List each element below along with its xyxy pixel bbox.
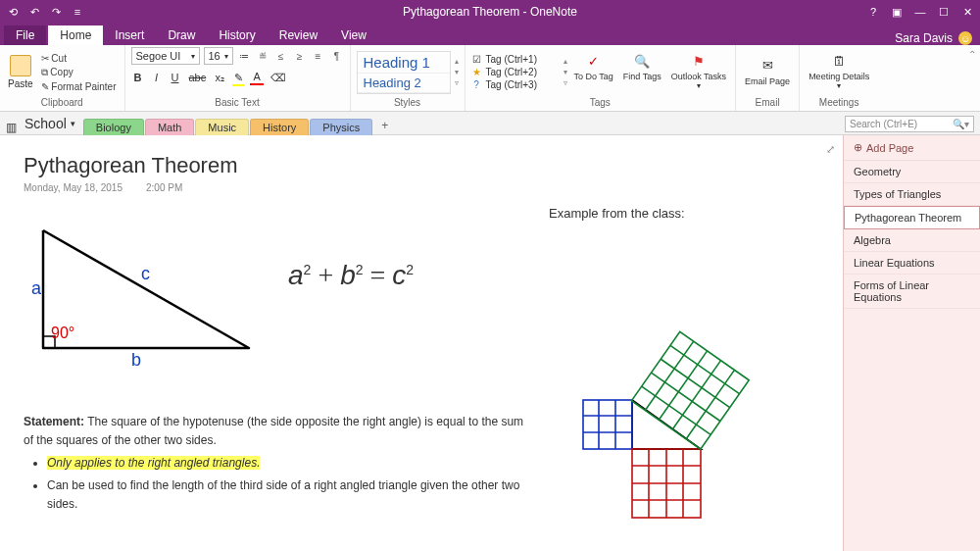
align-button[interactable]: ≡	[312, 49, 325, 63]
bullet-1: Only applies to the right angled triangl…	[47, 456, 260, 470]
find-tags-button[interactable]: 🔍Find Tags	[620, 51, 664, 93]
font-name-select[interactable]: Segoe UI ▾	[131, 47, 200, 65]
tab-home[interactable]: Home	[48, 25, 103, 45]
page-pythagorean[interactable]: Pythagorean Theorem	[844, 206, 980, 229]
bullet-2: Can be used to find the length of the th…	[47, 478, 519, 511]
qat-dropdown-icon[interactable]: ≡	[71, 5, 84, 19]
help-icon[interactable]: ?	[866, 5, 880, 19]
triangle-drawing: a b c 90° a2 + b2 = c2	[24, 211, 533, 407]
user-name: Sara Davis	[895, 31, 953, 45]
clear-formatting-button[interactable]: ⌫	[269, 71, 288, 85]
section-physics[interactable]: Physics	[310, 119, 372, 135]
highlight-button[interactable]: ✎	[231, 71, 245, 85]
bold-button[interactable]: B	[131, 71, 145, 84]
paste-button[interactable]: Paste	[6, 53, 35, 91]
page-forms-linear[interactable]: Forms of Linear Equations	[844, 275, 980, 309]
tag-2[interactable]: ★Tag (Ctrl+2)	[471, 66, 560, 78]
ribbon-tabs: File Home Insert Draw History Review Vie…	[0, 24, 980, 45]
basic-text-group-label: Basic Text	[131, 97, 344, 109]
fullscreen-icon[interactable]: ⤢	[826, 143, 835, 156]
format-painter-button[interactable]: ✎ Format Painter	[39, 80, 119, 93]
styles-up-icon[interactable]: ▴	[455, 57, 459, 66]
svg-text:b: b	[131, 350, 141, 370]
subscript-button[interactable]: x₂	[213, 71, 226, 85]
section-biology[interactable]: Biology	[83, 119, 144, 135]
italic-button[interactable]: I	[150, 71, 164, 84]
tab-file[interactable]: File	[4, 25, 46, 45]
tag-3[interactable]: ?Tag (Ctrl+3)	[471, 78, 560, 91]
tab-view[interactable]: View	[329, 25, 378, 45]
svg-line-24	[672, 361, 720, 429]
page-sidebar: ⊕Add Page Geometry Types of Triangles Py…	[843, 135, 980, 551]
main-area: ⤢ Pythagorean Theorem Monday, May 18, 20…	[0, 135, 980, 551]
collapse-ribbon-icon[interactable]: ⌃	[964, 45, 980, 111]
search-input[interactable]: Search (Ctrl+E) 🔍▾	[845, 116, 974, 132]
tag-1[interactable]: ☑Tag (Ctrl+1)	[471, 53, 560, 66]
strikethrough-button[interactable]: abc	[187, 71, 209, 84]
back-icon[interactable]: ⟲	[6, 5, 20, 19]
bullets-button[interactable]: ≔	[237, 49, 251, 63]
tab-draw[interactable]: Draw	[156, 25, 207, 45]
search-icon: 🔍	[633, 53, 651, 71]
svg-line-20	[652, 373, 720, 421]
paragraph-button[interactable]: ¶	[330, 49, 344, 63]
window-controls: ? ▣ — ☐ ✕	[866, 5, 980, 19]
tab-review[interactable]: Review	[268, 25, 329, 45]
ribbon-options-icon[interactable]: ▣	[890, 5, 904, 19]
tab-insert[interactable]: Insert	[103, 25, 156, 45]
outlook-tasks-button[interactable]: ⚑Outlook Tasks▾	[668, 51, 729, 93]
tab-history[interactable]: History	[207, 25, 267, 45]
section-music[interactable]: Music	[195, 119, 249, 135]
numbering-button[interactable]: ≝	[256, 49, 270, 63]
meeting-details-button[interactable]: 🗓Meeting Details▾	[806, 51, 872, 93]
undo-icon[interactable]: ↶	[27, 5, 41, 19]
add-page-button[interactable]: ⊕Add Page	[844, 135, 980, 161]
indent-button[interactable]: ≥	[293, 49, 307, 63]
close-icon[interactable]: ✕	[960, 5, 974, 19]
redo-icon[interactable]: ↷	[49, 5, 63, 19]
maximize-icon[interactable]: ☐	[937, 5, 951, 19]
svg-line-19	[661, 359, 729, 407]
style-heading1[interactable]: Heading 1	[358, 52, 450, 74]
outdent-button[interactable]: ≤	[274, 49, 288, 63]
ribbon: Paste ✂ Cut ⧉ Copy ✎ Format Painter Clip…	[0, 45, 980, 112]
add-section-button[interactable]: +	[373, 117, 396, 134]
svg-text:90°: 90°	[51, 325, 74, 341]
question-icon: ?	[471, 79, 482, 90]
styles-expand-icon[interactable]: ▿	[455, 78, 459, 87]
page-algebra[interactable]: Algebra	[844, 229, 980, 252]
page-types-triangles[interactable]: Types of Triangles	[844, 183, 980, 206]
search-icon: 🔍▾	[953, 119, 969, 129]
group-email: ✉Email Page Email	[736, 45, 800, 111]
page-geometry[interactable]: Geometry	[844, 161, 980, 183]
email-page-button[interactable]: ✉Email Page	[742, 56, 793, 89]
tags-expand-icon[interactable]: ▿	[564, 78, 567, 87]
example-drawing	[529, 224, 823, 537]
page-title[interactable]: Pythagorean Theorem	[24, 153, 819, 178]
group-tags: ☑Tag (Ctrl+1) ★Tag (Ctrl+2) ?Tag (Ctrl+3…	[466, 45, 737, 111]
underline-button[interactable]: U	[169, 71, 182, 84]
page-canvas[interactable]: ⤢ Pythagorean Theorem Monday, May 18, 20…	[0, 135, 843, 551]
clipboard-group-label: Clipboard	[6, 97, 119, 109]
notebook-icon[interactable]: ▥	[6, 121, 17, 134]
styles-down-icon[interactable]: ▾	[455, 68, 459, 76]
notebook-dropdown[interactable]: School ▾	[21, 116, 83, 134]
section-bar: ▥ School ▾ Biology Math Music History Ph…	[0, 112, 980, 135]
tags-up-icon[interactable]: ▴	[564, 57, 567, 66]
copy-button[interactable]: ⧉ Copy	[39, 66, 119, 79]
style-heading2[interactable]: Heading 2	[358, 74, 450, 93]
svg-line-25	[686, 370, 734, 438]
todo-tag-button[interactable]: ✓To Do Tag	[571, 51, 616, 93]
font-size-select[interactable]: 16 ▾	[204, 47, 233, 65]
minimize-icon[interactable]: —	[913, 5, 927, 19]
section-math[interactable]: Math	[145, 119, 194, 135]
page-linear-eq[interactable]: Linear Equations	[844, 252, 980, 275]
user-area[interactable]: Sara Davis ☺	[895, 31, 980, 45]
checkmark-icon: ✓	[585, 53, 603, 71]
statement-block[interactable]: Statement: The square of the hypotenuse …	[24, 413, 533, 514]
font-color-button[interactable]: A	[250, 70, 264, 85]
svg-line-21	[642, 386, 710, 434]
tags-down-icon[interactable]: ▾	[564, 68, 567, 76]
cut-button[interactable]: ✂ Cut	[39, 52, 119, 65]
section-history[interactable]: History	[250, 119, 309, 135]
